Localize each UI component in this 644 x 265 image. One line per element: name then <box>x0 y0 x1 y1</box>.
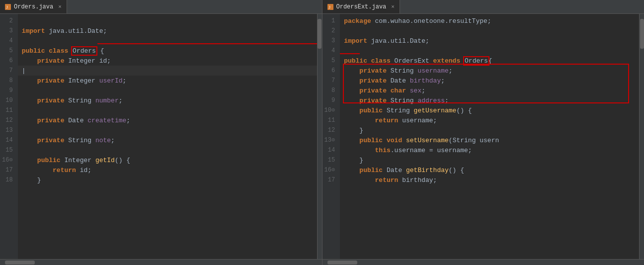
left-bottom-scroll[interactable] <box>0 259 322 265</box>
code-line: public void setUsername (String usern <box>340 135 639 145</box>
method-name: getId <box>95 157 115 164</box>
tab-orders-java[interactable]: J Orders.java × <box>0 0 67 13</box>
code-line: public Date getBirthday () { <box>340 165 639 175</box>
code-text: () { <box>449 167 464 174</box>
left-scrollbar-thumb[interactable] <box>318 19 322 49</box>
code-text: ; <box>119 97 123 104</box>
code-line: private Integer userId ; <box>18 76 317 86</box>
tab-ordersext-close[interactable]: × <box>391 4 395 10</box>
keyword: public <box>344 57 367 65</box>
code-text: Date <box>64 117 87 124</box>
right-scrollbar-thumb[interactable] <box>640 19 644 49</box>
code-text: ; <box>421 87 425 94</box>
code-line: package com.wuhao.onetoone.resultType; <box>340 16 639 26</box>
left-panel: J Orders.java × 2 3 4 5 6 7 8 9 10 11 12… <box>0 0 322 265</box>
code-text: ; <box>449 67 453 75</box>
field-name: note <box>95 137 111 144</box>
right-scrollbar[interactable] <box>639 14 644 259</box>
left-bottom-scroll-thumb[interactable] <box>5 261 35 265</box>
code-text: username; <box>398 117 437 124</box>
keyword: public <box>359 107 383 114</box>
svg-text:J: J <box>6 5 8 9</box>
field-name: birthday <box>410 77 441 85</box>
code-text: ; <box>123 77 127 85</box>
code-text <box>344 67 359 75</box>
code-text: com.wuhao.onetoone.resultType; <box>371 17 491 25</box>
code-text <box>460 57 464 65</box>
code-text <box>22 137 37 144</box>
code-text <box>22 167 53 174</box>
code-line: this .username = username; <box>340 145 639 155</box>
java-file-icon-right: J <box>327 4 333 10</box>
code-line <box>18 125 317 135</box>
code-text: () { <box>456 107 472 114</box>
code-text <box>406 87 410 94</box>
code-text: String <box>383 107 413 114</box>
code-line: public class Orders { <box>18 46 317 56</box>
code-text <box>22 117 37 124</box>
code-text <box>344 117 375 124</box>
code-text <box>344 97 359 104</box>
keyword: private <box>37 97 65 104</box>
code-line: return id; <box>18 165 317 175</box>
code-text <box>344 137 359 144</box>
tab-ordersext-java[interactable]: J OrdersExt.java × <box>322 0 400 13</box>
field-name: username <box>417 67 448 75</box>
tab-orders-close[interactable]: × <box>58 4 62 10</box>
code-text <box>402 137 406 144</box>
code-text <box>22 97 37 104</box>
code-text: java.util.Date; <box>367 37 429 45</box>
keyword: public <box>359 137 383 144</box>
code-line: private char sex ; <box>340 86 639 95</box>
method-name: getUsername <box>414 107 457 114</box>
keyword: return <box>53 167 76 174</box>
left-code-content[interactable]: import java.util.Date; public class Orde… <box>18 14 317 259</box>
field-name: address <box>417 97 445 104</box>
keyword: private <box>359 97 387 104</box>
keyword: import <box>22 27 45 35</box>
code-text: } <box>344 157 363 164</box>
left-scrollbar[interactable] <box>317 14 322 259</box>
keyword: char <box>391 87 406 94</box>
field-name: number <box>95 97 119 104</box>
right-bottom-scroll[interactable] <box>322 259 644 265</box>
class-name: Orders <box>72 47 96 55</box>
code-text: OrdersExt <box>391 57 433 65</box>
code-text <box>383 137 387 144</box>
code-line: private String number ; <box>18 95 317 105</box>
code-text: Integer <box>64 77 99 85</box>
keyword: return <box>375 177 399 184</box>
keyword: private <box>359 87 387 94</box>
code-line: private Date createtime ; <box>18 115 317 125</box>
java-file-icon: J <box>5 4 11 10</box>
tab-ordersext-label: OrdersExt.java <box>336 3 387 10</box>
editor-container: J Orders.java × 2 3 4 5 6 7 8 9 10 11 12… <box>0 0 644 265</box>
code-line: } <box>340 155 639 165</box>
code-text: String <box>387 67 417 75</box>
code-text: { <box>96 47 104 55</box>
keyword: return <box>375 117 399 124</box>
method-name: setUsername <box>406 137 449 144</box>
left-code-area: 2 3 4 5 6 7 8 9 10 11 12 13 14 15 16⊙ 17… <box>0 14 322 259</box>
field-name: sex <box>410 87 421 94</box>
code-text: } <box>22 177 41 184</box>
right-code-area: 1 2 3 4 5 6 7 8 9 10⊙ 11 12 13⊙ 14 15 16… <box>322 14 644 259</box>
code-text <box>45 47 49 55</box>
right-bottom-scroll-thumb[interactable] <box>327 261 357 265</box>
code-text: .username = username; <box>391 147 472 154</box>
code-line: return username; <box>340 115 639 125</box>
code-line <box>18 86 317 95</box>
right-code-content[interactable]: package com.wuhao.onetoone.resultType; i… <box>340 14 639 259</box>
keyword: public <box>22 47 45 55</box>
code-text: id; <box>76 167 91 174</box>
keyword: private <box>37 137 65 144</box>
code-text <box>344 87 359 94</box>
code-text <box>344 147 375 154</box>
keyword: void <box>387 137 402 144</box>
code-text: Date <box>383 167 406 174</box>
code-text: Integer <box>61 157 95 164</box>
code-line <box>18 105 317 115</box>
code-line: return birthday; <box>340 175 639 185</box>
code-text: } <box>344 127 363 134</box>
code-text: { <box>488 57 492 65</box>
